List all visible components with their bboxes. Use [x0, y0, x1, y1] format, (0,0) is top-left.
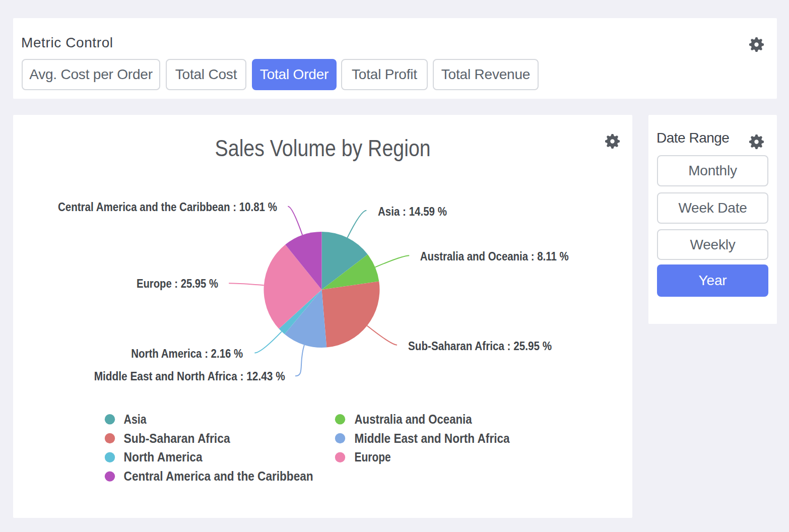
- svg-text:Central America and the Caribb: Central America and the Caribbean: [124, 469, 313, 483]
- svg-text:Europe: Europe: [355, 450, 391, 464]
- svg-text:Europe : 25.95 %: Europe : 25.95 %: [137, 277, 218, 290]
- svg-text:Asia : 14.59 %: Asia : 14.59 %: [378, 205, 447, 218]
- svg-text:Central America and the Caribb: Central America and the Caribbean : 10.8…: [58, 201, 277, 214]
- svg-text:Australia and Oceania: Australia and Oceania: [355, 412, 473, 426]
- svg-text:Asia: Asia: [124, 412, 147, 426]
- svg-text:Sub-Saharan Africa : 25.95 %: Sub-Saharan Africa : 25.95 %: [408, 340, 552, 353]
- svg-text:Middle East and North Africa: Middle East and North Africa: [355, 431, 510, 445]
- svg-text:North America : 2.16 %: North America : 2.16 %: [131, 347, 243, 360]
- svg-text:Sub-Saharan Africa: Sub-Saharan Africa: [124, 431, 231, 445]
- svg-text:North America: North America: [124, 450, 203, 464]
- svg-text:Middle East and North Africa :: Middle East and North Africa : 12.43 %: [94, 370, 285, 383]
- svg-text:Australia and Oceania : 8.11 %: Australia and Oceania : 8.11 %: [420, 250, 569, 263]
